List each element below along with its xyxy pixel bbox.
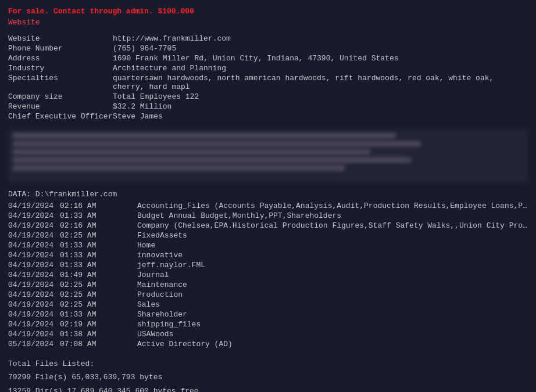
data-header: DATA: D:\frankmiller.com (8, 190, 528, 199)
dir-type (100, 300, 133, 310)
website-label: Website (8, 34, 113, 44)
dir-date: 04/19/2024 (8, 221, 60, 231)
info-row-company-size: Company size Total Employees 122 (8, 92, 528, 102)
dir-row: 04/19/2024 01:33 AM Home (8, 240, 528, 250)
revenue-value: $32.2 Million (113, 102, 528, 112)
website-value: http://www.frankmiller.com (113, 34, 528, 44)
dir-name: Shareholder (133, 310, 528, 319)
dir-name: Company (Chelsea,EPA.Historical Producti… (133, 221, 528, 231)
dir-type (100, 201, 133, 211)
dir-type (100, 280, 133, 290)
footer-line3: 13259 Dir(s) 17,689,640,345,600 bytes fr… (8, 384, 528, 392)
dir-row: 04/19/2024 01:38 AM USAWoods (8, 329, 528, 339)
dir-row: 04/19/2024 02:19 AM shipping_files (8, 319, 528, 329)
dir-time: 01:49 AM (60, 270, 100, 280)
dir-type (100, 310, 133, 319)
info-row-website: Website http://www.frankmiller.com (8, 34, 528, 44)
dir-name: Production (133, 290, 528, 300)
dir-date: 04/19/2024 (8, 290, 60, 300)
dir-type (100, 240, 133, 250)
dir-row: 04/19/2024 01:33 AM Budget Annual Budget… (8, 211, 528, 221)
dir-date: 04/19/2024 (8, 240, 60, 250)
dir-date: 04/19/2024 (8, 231, 60, 240)
dir-type (100, 221, 133, 231)
dir-time: 02:16 AM (60, 221, 100, 231)
ceo-label: Chief Executive Officer (8, 112, 113, 121)
data-section: DATA: D:\frankmiller.com 04/19/2024 02:1… (8, 190, 528, 349)
footer-line1: Total Files Listed: (8, 357, 528, 371)
dir-type (100, 319, 133, 329)
footer-line2: 79299 File(s) 65,033,639,793 bytes (8, 371, 528, 384)
dir-type (100, 211, 133, 221)
dir-date: 04/19/2024 (8, 300, 60, 310)
info-row-revenue: Revenue $32.2 Million (8, 102, 528, 112)
dir-name: Budget Annual Budget,Monthly,PPT,Shareho… (133, 211, 528, 221)
dir-row: 05/10/2024 07:08 AM Active Directory (AD… (8, 339, 528, 349)
specialties-value: quartersawn hardwoods, north american ha… (113, 73, 528, 92)
dir-name: Sales (133, 300, 528, 310)
dir-row: 04/19/2024 02:25 AM FixedAssets (8, 231, 528, 240)
dir-time: 02:16 AM (60, 201, 100, 211)
dir-time: 02:19 AM (60, 319, 100, 329)
dir-type (100, 260, 133, 270)
dir-time: 01:33 AM (60, 240, 100, 250)
dir-time: 02:25 AM (60, 280, 100, 290)
dir-type (100, 231, 133, 240)
dir-name: Maintenance (133, 280, 528, 290)
dir-name: innovative (133, 250, 528, 260)
phone-label: Phone Number (8, 44, 113, 53)
dir-name: FixedAssets (133, 231, 528, 240)
dir-type (100, 290, 133, 300)
dir-row: 04/19/2024 01:33 AM innovative (8, 250, 528, 260)
company-size-label: Company size (8, 92, 113, 102)
industry-value: Architecture and Planning (113, 63, 528, 73)
info-row-address: Address 1690 Frank Miller Rd, Union City… (8, 53, 528, 63)
dir-time: 02:25 AM (60, 290, 100, 300)
address-label: Address (8, 53, 113, 63)
dir-row: 04/19/2024 02:25 AM Sales (8, 300, 528, 310)
address-value: 1690 Frank Miller Rd, Union City, Indian… (113, 53, 528, 63)
dir-row: 04/19/2024 02:16 AM Accounting_Files (Ac… (8, 201, 528, 211)
dir-time: 01:33 AM (60, 250, 100, 260)
dir-date: 05/10/2024 (8, 339, 60, 349)
specialties-label: Specialties (8, 73, 113, 92)
dir-time: 01:33 AM (60, 260, 100, 270)
dir-date: 04/19/2024 (8, 319, 60, 329)
dir-row: 04/19/2024 01:33 AM jeff.naylor.FML (8, 260, 528, 270)
phone-value: (765) 964-7705 (113, 44, 528, 53)
dir-date: 04/19/2024 (8, 310, 60, 319)
info-row-ceo: Chief Executive Officer Steve James (8, 112, 528, 121)
info-row-specialties: Specialties quartersawn hardwoods, north… (8, 73, 528, 92)
dir-time: 07:08 AM (60, 339, 100, 349)
dir-row: 04/19/2024 01:33 AM Shareholder (8, 310, 528, 319)
dir-time: 01:38 AM (60, 329, 100, 339)
dir-date: 04/19/2024 (8, 250, 60, 260)
industry-label: Industry (8, 63, 113, 73)
dir-date: 04/19/2024 (8, 260, 60, 270)
dir-name: USAWoods (133, 329, 528, 339)
dir-row: 04/19/2024 02:25 AM Maintenance (8, 280, 528, 290)
dir-time: 02:25 AM (60, 300, 100, 310)
dir-row: 04/19/2024 02:16 AM Company (Chelsea,EPA… (8, 221, 528, 231)
website-link[interactable]: Website (8, 18, 528, 27)
dir-date: 04/19/2024 (8, 280, 60, 290)
directory-table: 04/19/2024 02:16 AM Accounting_Files (Ac… (8, 201, 528, 349)
dir-name: Accounting_Files (Accounts Payable,Analy… (133, 201, 528, 211)
revenue-label: Revenue (8, 102, 113, 112)
dir-date: 04/19/2024 (8, 270, 60, 280)
dir-time: 01:33 AM (60, 310, 100, 319)
ceo-value: Steve James (113, 112, 528, 121)
info-row-industry: Industry Architecture and Planning (8, 63, 528, 73)
dir-type (100, 250, 133, 260)
dir-time: 02:25 AM (60, 231, 100, 240)
blurred-section (8, 130, 528, 182)
dir-name: Active Directory (AD) (133, 339, 528, 349)
dir-name: Home (133, 240, 528, 250)
dir-name: shipping_files (133, 319, 528, 329)
footer-section: Total Files Listed: 79299 File(s) 65,033… (8, 357, 528, 392)
dir-row: 04/19/2024 02:25 AM Production (8, 290, 528, 300)
dir-name: jeff.naylor.FML (133, 260, 528, 270)
dir-type (100, 270, 133, 280)
dir-type (100, 329, 133, 339)
info-table: Website http://www.frankmiller.com Phone… (8, 34, 528, 121)
